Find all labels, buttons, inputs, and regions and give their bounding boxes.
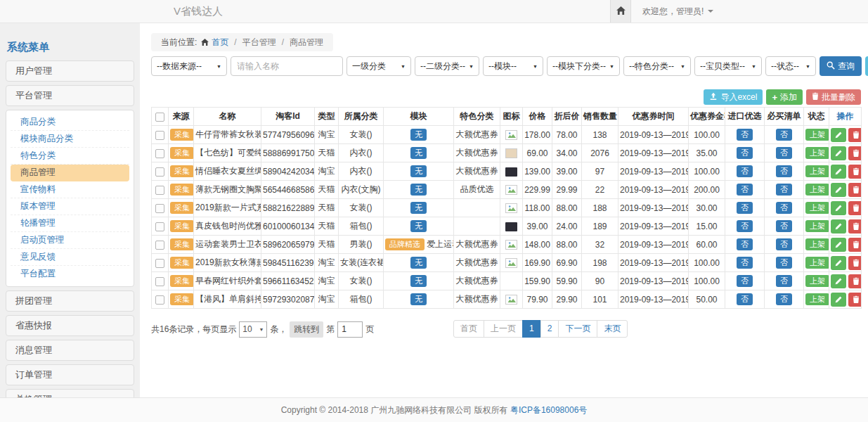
user-menu[interactable]: 欢迎您，管理员! (631, 0, 713, 23)
sidebar-item-5[interactable]: 版本管理 (11, 198, 129, 215)
discount-price-cell: 29.99 (552, 181, 582, 199)
broken-image-icon (505, 185, 517, 195)
sidebar-section-1[interactable]: 平台管理 (6, 85, 134, 106)
sidebar-item-6[interactable]: 轮播管理 (11, 215, 129, 232)
filter-select-6[interactable]: --特色分类--▼ (623, 56, 691, 76)
pager-button-4[interactable]: 下一页 (558, 320, 597, 338)
must-buy-cell: 否 (765, 144, 804, 162)
discount-price-cell: 59.90 (552, 272, 582, 290)
filter-select-8[interactable]: --状态--▼ (765, 56, 816, 76)
chevron-down-icon: ▼ (216, 64, 221, 69)
row-checkbox[interactable] (155, 277, 164, 286)
row-checkbox[interactable] (155, 259, 164, 268)
sidebar-item-0[interactable]: 商品分类 (11, 114, 129, 131)
search-button[interactable]: 查询 (820, 56, 862, 76)
sidebar-item-3-active[interactable]: 商品管理 (11, 165, 129, 181)
reset-button[interactable]: 重置 (865, 56, 868, 76)
delete-button[interactable] (848, 165, 862, 179)
status-badge: 上架 (805, 147, 829, 159)
sidebar-item-4[interactable]: 宣传物料 (11, 181, 129, 198)
import-select-badge: 否 (737, 202, 753, 214)
import-select-cell: 否 (725, 254, 765, 272)
row-checkbox[interactable] (155, 204, 164, 213)
filter-select-7[interactable]: --宝贝类型--▼ (694, 56, 762, 76)
delete-button[interactable] (848, 128, 862, 142)
edit-button[interactable] (831, 274, 846, 288)
sidebar-item-8[interactable]: 意见反馈 (11, 249, 129, 266)
delete-button[interactable] (848, 256, 862, 270)
page-input[interactable] (337, 321, 363, 338)
goods-table-wrap: 来源名称淘客Id类型所属分类模块特色分类图标价格折后价销售数量优惠券时间优惠券金… (151, 107, 861, 309)
edit-button[interactable] (831, 219, 846, 234)
sidebar-section-3[interactable]: 拼团管理 (6, 290, 134, 312)
coupon-time-cell: 2019-09-13—2019-09-15 (618, 236, 689, 254)
sidebar-section-6[interactable]: 订单管理 (6, 364, 134, 385)
filter-select-5[interactable]: --模块下分类--▼ (547, 56, 620, 76)
sidebar-section-5[interactable]: 消息管理 (6, 340, 134, 361)
row-checkbox[interactable] (155, 186, 164, 195)
pager-button-1[interactable]: 上一页 (484, 320, 523, 338)
per-page-select[interactable]: 10 ▼ (239, 321, 267, 338)
pager-button-0[interactable]: 首页 (453, 320, 484, 338)
filter-select-2[interactable]: 一级分类▼ (346, 56, 411, 76)
row-checkbox[interactable] (155, 149, 164, 158)
delete-button[interactable] (848, 293, 862, 307)
filter-select-value: --宝贝类型-- (700, 60, 745, 72)
ops-cell (829, 199, 862, 217)
row-checkbox[interactable] (155, 241, 164, 250)
coupon-amount-cell: 15.00 (689, 217, 725, 236)
icp-link[interactable]: 粤ICP备16098006号 (510, 405, 587, 415)
edit-button[interactable] (831, 146, 846, 160)
module-cell: 无 (384, 162, 454, 181)
filter-select-0[interactable]: --数据来源--▼ (151, 56, 227, 76)
edit-button[interactable] (831, 201, 846, 215)
filter-select-value: --特色分类-- (629, 60, 674, 72)
pager-button-3[interactable]: 2 (540, 320, 559, 338)
sidebar-item-1[interactable]: 模块商品分类 (11, 131, 129, 148)
breadcrumb-home-link[interactable]: 首页 (212, 37, 228, 49)
jump-button[interactable]: 跳转到 (290, 321, 323, 338)
edit-button[interactable] (831, 183, 846, 197)
filter-select-4[interactable]: --模块--▼ (483, 56, 543, 76)
ops-cell (829, 236, 862, 254)
delete-button[interactable] (848, 201, 862, 215)
add-button[interactable]: + 添加 (766, 89, 803, 105)
sidebar-section-4[interactable]: 省惠快报 (6, 315, 134, 336)
ops-cell (829, 254, 862, 272)
edit-button[interactable] (831, 128, 846, 142)
row-checkbox[interactable] (155, 131, 164, 140)
row-checkbox[interactable] (155, 295, 164, 305)
product-thumbnail (505, 148, 517, 158)
pager-button-2[interactable]: 1 (522, 320, 541, 338)
batch-delete-button[interactable]: 批量删除 (806, 89, 861, 105)
sidebar-section-0[interactable]: 用户管理 (6, 60, 134, 82)
edit-button[interactable] (831, 293, 846, 307)
edit-button[interactable] (831, 256, 846, 270)
row-checkbox[interactable] (155, 167, 164, 177)
home-button[interactable] (610, 0, 631, 23)
sidebar-item-2[interactable]: 特色分类 (11, 148, 129, 165)
col-header-7: 特色分类 (454, 108, 500, 126)
category-cell: 内衣() (339, 144, 384, 162)
select-all-checkbox[interactable] (155, 113, 164, 122)
delete-button[interactable] (848, 219, 862, 234)
taoke-id-cell: 588216228899 (261, 199, 315, 217)
delete-button[interactable] (848, 238, 862, 252)
sidebar-item-9[interactable]: 平台配置 (11, 266, 129, 283)
name-cell: 运动套装男士卫衣初秋... (194, 236, 261, 254)
icon-cell (500, 162, 523, 181)
row-checkbox[interactable] (155, 222, 164, 231)
pager-button-5[interactable]: 末页 (597, 320, 628, 338)
row-checkbox-cell (152, 217, 169, 236)
module-cell: 无 (384, 217, 454, 236)
sidebar-item-7[interactable]: 启动页管理 (11, 232, 129, 249)
delete-button[interactable] (848, 146, 862, 160)
delete-button[interactable] (848, 183, 862, 197)
delete-button[interactable] (848, 274, 862, 288)
name-search-input[interactable] (231, 56, 343, 76)
import-excel-button[interactable]: 导入excel (704, 89, 763, 105)
price-cell: 118.00 (523, 199, 552, 217)
edit-button[interactable] (831, 165, 846, 179)
filter-select-3[interactable]: --二级分类--▼ (415, 56, 479, 76)
edit-button[interactable] (831, 238, 846, 252)
